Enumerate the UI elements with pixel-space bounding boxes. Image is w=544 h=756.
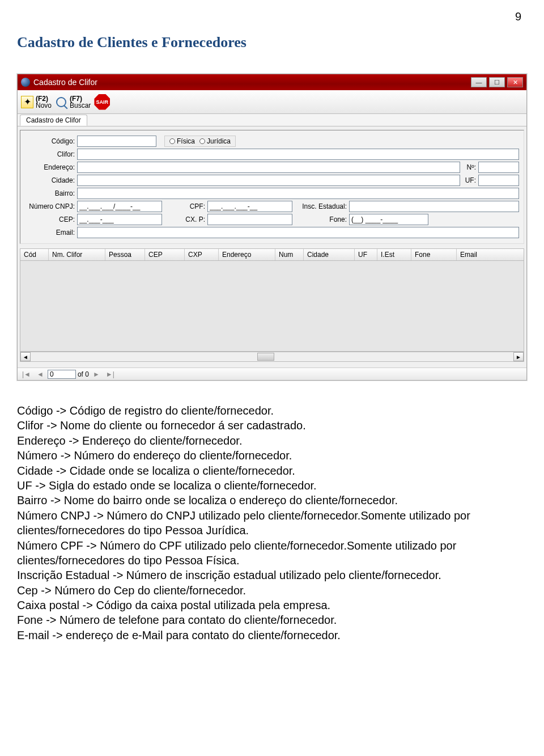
minimize-button[interactable]: — (471, 77, 487, 87)
sair-button[interactable]: SAIR (94, 94, 110, 110)
endereco-input[interactable] (77, 162, 460, 173)
col-endereco[interactable]: Endereço (219, 249, 275, 260)
body-line: E-mail -> endereço de e-Mail para contat… (17, 628, 527, 643)
nav-prev-button[interactable]: ◄ (35, 370, 46, 378)
cpf-input[interactable] (207, 201, 292, 212)
scroll-track[interactable] (31, 352, 513, 361)
nav-last-button[interactable]: ►| (104, 370, 117, 378)
body-line: Endereço -> Endereço do cliente/forneced… (17, 433, 527, 448)
col-fone[interactable]: Fone (411, 249, 457, 260)
email-label: Email: (25, 229, 77, 236)
nav-next-button[interactable]: ► (91, 370, 102, 378)
uf-input[interactable] (478, 175, 519, 186)
close-button[interactable]: ✕ (507, 77, 523, 87)
clifor-input[interactable] (77, 149, 519, 160)
toolbar: ✦ (F2) Novo (F7) Buscar SAIR (18, 90, 526, 114)
grid-header: Cód Nm. Clifor Pessoa CEP CXP Endereço N… (20, 248, 524, 261)
novo-button[interactable]: ✦ (F2) Novo (21, 95, 52, 109)
cnpj-input[interactable] (77, 201, 162, 212)
cxp-input[interactable] (207, 214, 292, 225)
cnpj-label: Número CNPJ: (25, 202, 77, 210)
radio-juridica-label: Jurídica (207, 137, 231, 145)
body-line: Inscrição Estadual -> Número de inscriçã… (17, 568, 527, 582)
tabstrip: Cadastro de Clifor (18, 114, 526, 126)
cxp-label: CX. P: (162, 216, 207, 223)
grid-body[interactable] (20, 261, 524, 352)
window-title: Cadastro de Clifor (33, 78, 97, 87)
body-line: Código -> Código de registro do cliente/… (17, 403, 527, 418)
new-icon: ✦ (21, 96, 33, 108)
col-uf[interactable]: UF (355, 249, 377, 260)
body-line: Número -> Número do endereço do cliente/… (17, 448, 527, 463)
numero-label: Nº: (460, 163, 478, 171)
body-line: Clifor -> Nome do cliente ou fornecedor … (17, 418, 527, 433)
buscar-label: Buscar (70, 102, 91, 109)
body-line: Número CPF -> Número do CPF utilizado pe… (17, 538, 527, 568)
scroll-right-button[interactable]: ► (513, 352, 524, 361)
codigo-label: Código: (25, 137, 77, 145)
codigo-input[interactable] (77, 136, 156, 147)
buscar-shortcut: (F7) (70, 95, 91, 102)
fone-label: Fone: (292, 216, 349, 223)
app-icon (21, 78, 30, 87)
body-line: UF -> Sigla do estado onde se localiza o… (17, 478, 527, 493)
col-email[interactable]: Email (457, 249, 524, 260)
insc-input[interactable] (349, 201, 519, 212)
radio-juridica[interactable]: Jurídica (199, 137, 231, 145)
body-line: Bairro -> Nome do bairro onde se localiz… (17, 493, 527, 508)
uf-label: UF: (460, 176, 478, 184)
body-line: Número CNPJ -> Número do CNPJ utilizado … (17, 508, 527, 538)
fone-input[interactable] (349, 214, 428, 225)
maximize-button[interactable]: ☐ (489, 77, 505, 87)
clifor-label: Clifor: (25, 150, 77, 158)
tab-cadastro[interactable]: Cadastro de Clifor (20, 115, 87, 126)
email-input[interactable] (77, 227, 519, 238)
horizontal-scrollbar[interactable]: ◄ ► (20, 352, 524, 362)
insc-label: Insc. Estadual: (292, 202, 349, 210)
form-area: Código: Física Jurídica Clifor: Endereço… (18, 126, 526, 368)
body-line: Cidade -> Cidade onde se localiza o clie… (17, 463, 527, 478)
scroll-left-button[interactable]: ◄ (20, 352, 31, 361)
col-cidade[interactable]: Cidade (304, 249, 355, 260)
cep-input[interactable] (77, 214, 162, 225)
nav-of-label: of 0 (78, 370, 89, 378)
cep-label: CEP: (25, 216, 77, 223)
document-body: Código -> Código de registro do cliente/… (17, 403, 527, 643)
document-heading: Cadastro de Clientes e Fornecedores (17, 34, 527, 51)
stop-icon: SAIR (94, 94, 110, 110)
col-iest[interactable]: I.Est (377, 249, 411, 260)
cidade-input[interactable] (77, 175, 460, 186)
col-cod[interactable]: Cód (20, 249, 49, 260)
scroll-thumb[interactable] (257, 353, 274, 361)
radio-fisica-label: Física (177, 137, 195, 145)
nav-current-input[interactable] (48, 370, 76, 379)
col-pessoa[interactable]: Pessoa (105, 249, 145, 260)
col-nmclifor[interactable]: Nm. Clifor (49, 249, 105, 260)
body-line: Caixa postal -> Código da caixa postal u… (17, 598, 527, 613)
titlebar: Cadastro de Clifor — ☐ ✕ (18, 74, 526, 90)
app-window: Cadastro de Clifor — ☐ ✕ ✦ (F2) Novo (F7… (17, 74, 527, 381)
radio-fisica[interactable]: Física (169, 137, 195, 145)
pessoa-group: Física Jurídica (164, 136, 236, 147)
novo-shortcut: (F2) (36, 95, 52, 102)
col-num[interactable]: Num (275, 249, 304, 260)
col-cxp[interactable]: CXP (185, 249, 219, 260)
endereco-label: Endereço: (25, 163, 77, 171)
bairro-input[interactable] (77, 188, 519, 199)
body-line: Fone -> Número de telefone para contato … (17, 613, 527, 627)
page-number: 9 (515, 10, 521, 23)
cidade-label: Cidade: (25, 176, 77, 184)
record-navigator: |◄ ◄ of 0 ► ►| (18, 368, 526, 380)
novo-label: Novo (36, 102, 52, 109)
nav-first-button[interactable]: |◄ (20, 370, 33, 378)
bairro-label: Bairro: (25, 189, 77, 197)
numero-input[interactable] (478, 162, 519, 173)
cpf-label: CPF: (162, 202, 207, 210)
search-icon (55, 96, 67, 108)
buscar-button[interactable]: (F7) Buscar (55, 95, 91, 109)
col-cep[interactable]: CEP (145, 249, 185, 260)
body-line: Cep -> Número do Cep do cliente/forneced… (17, 583, 527, 598)
